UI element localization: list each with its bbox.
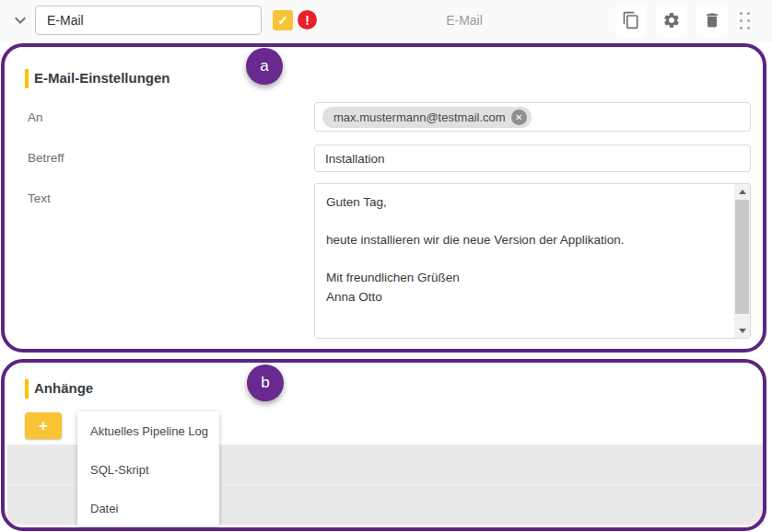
recipient-chip[interactable]: max.mustermann@testmail.com ✕ (322, 107, 532, 128)
menu-item-pipeline-log[interactable]: Aktuelles Pipeline Log (77, 411, 219, 450)
trash-icon (703, 11, 721, 29)
annotation-marker-a: a (246, 48, 283, 85)
add-attachment-button[interactable]: + (25, 412, 62, 439)
dot-icon (740, 19, 743, 22)
menu-item-datei[interactable]: Datei (77, 489, 219, 526)
attachments-heading: Anhänge (34, 380, 93, 396)
validated-checkbox[interactable]: ✓ (273, 10, 293, 30)
collapse-button[interactable] (9, 9, 31, 31)
an-label: An (28, 110, 43, 124)
triangle-up-icon (739, 190, 746, 194)
close-icon: ✕ (515, 112, 522, 122)
dot-icon (740, 12, 743, 15)
dot-icon (747, 12, 750, 15)
email-step-editor: ✓ ! E-Mail E-Mail-Einstellungen An max.m… (0, 0, 772, 532)
step-name-input[interactable] (35, 6, 262, 35)
body-textarea[interactable]: Guten Tag, heute installieren wir die ne… (315, 184, 734, 338)
dot-icon (747, 27, 750, 29)
heading-accent-bar (25, 379, 29, 399)
error-badge[interactable]: ! (298, 10, 317, 29)
annotation-marker-b: b (247, 364, 284, 401)
exclamation-icon: ! (305, 13, 310, 28)
recipient-chip-text: max.mustermann@testmail.com (333, 110, 506, 124)
chevron-down-icon (9, 9, 31, 31)
settings-button[interactable] (656, 5, 687, 36)
subject-input[interactable] (314, 145, 751, 172)
gear-icon (662, 11, 681, 29)
dot-icon (747, 19, 750, 22)
scroll-up-button[interactable] (734, 184, 750, 199)
drag-handle[interactable] (740, 12, 750, 29)
scroll-down-button[interactable] (734, 323, 750, 338)
copy-button[interactable] (615, 5, 647, 36)
dot-icon (740, 27, 743, 29)
attachment-type-menu: Aktuelles Pipeline Log SQL-Skript Datei (77, 411, 219, 526)
heading-accent-bar (25, 69, 29, 88)
step-toolbar: ✓ ! E-Mail (0, 0, 772, 41)
copy-icon (622, 11, 640, 29)
delete-button[interactable] (696, 5, 728, 36)
body-text-field: Guten Tag, heute installieren wir die ne… (314, 183, 751, 339)
text-label: Text (28, 191, 51, 205)
scrollbar-thumb[interactable] (735, 200, 749, 314)
textarea-scrollbar[interactable] (734, 184, 750, 338)
chip-remove-button[interactable]: ✕ (511, 110, 527, 125)
betreff-label: Betreff (28, 151, 64, 165)
email-settings-heading: E-Mail-Einstellungen (34, 70, 170, 86)
recipients-field[interactable]: max.mustermann@testmail.com ✕ (314, 102, 751, 132)
triangle-down-icon (739, 329, 746, 333)
menu-item-sql-skript[interactable]: SQL-Skript (77, 450, 219, 489)
check-icon: ✓ (277, 13, 288, 28)
step-type-label: E-Mail (446, 13, 483, 28)
